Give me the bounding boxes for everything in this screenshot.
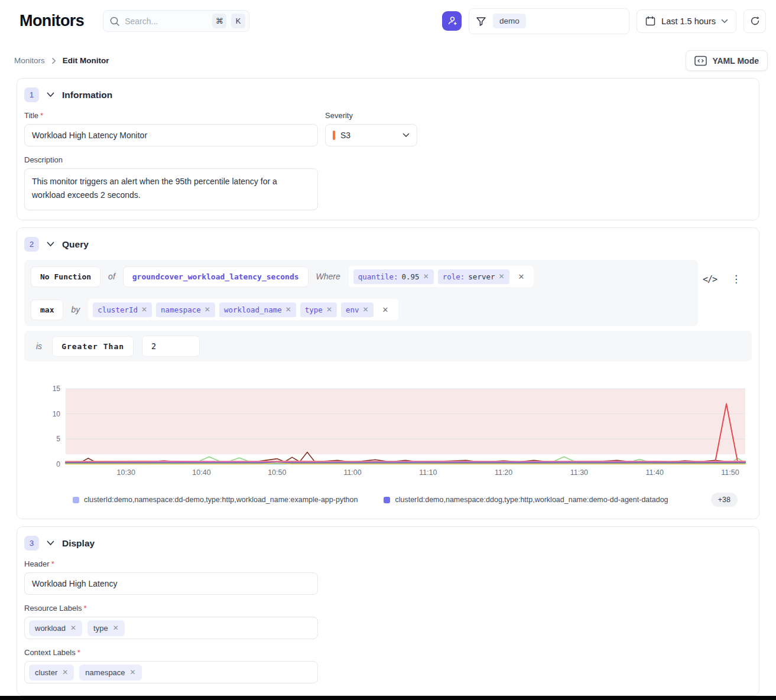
code-view-icon[interactable]: </> [703, 274, 717, 285]
chip-close-icon[interactable]: ✕ [285, 305, 291, 314]
legend-swatch [73, 497, 79, 503]
severity-label: Severity [325, 111, 417, 120]
svg-text:0: 0 [56, 460, 60, 468]
refresh-button[interactable] [743, 9, 766, 33]
search-input[interactable]: Search... ⌘ K [103, 10, 249, 32]
is-connector: is [35, 341, 43, 351]
group-by-chip[interactable]: workload_name✕ [219, 302, 296, 317]
kebab-menu-icon[interactable]: ⋮ [731, 273, 741, 285]
chevron-right-icon [50, 57, 57, 64]
svg-text:11:20: 11:20 [495, 468, 512, 477]
preview-chart: 05101510:3010:4010:5011:0011:1011:2011:3… [22, 385, 752, 483]
information-card: 1 Information Title* Workload High Laten… [17, 78, 759, 220]
collapse-chevron-icon[interactable] [47, 92, 54, 97]
calendar-icon [645, 15, 656, 27]
filter-input[interactable]: demo [469, 8, 629, 34]
breadcrumb-monitors[interactable]: Monitors [14, 56, 45, 65]
label-chip[interactable]: cluster✕ [29, 665, 74, 681]
label-chip[interactable]: workload✕ [29, 620, 82, 636]
time-range-button[interactable]: Last 1.5 hours [637, 9, 736, 33]
context-labels-input[interactable]: cluster✕namespace✕ [24, 661, 318, 683]
filter-chip-demo[interactable]: demo [493, 14, 526, 28]
section-number-badge: 1 [24, 87, 39, 102]
cmd-key-badge: ⌘ [212, 14, 226, 28]
legend-more-badge[interactable]: +38 [711, 493, 738, 507]
chip-close-icon[interactable]: ✕ [363, 305, 369, 314]
title-input[interactable]: Workload High Latency Monitor [24, 124, 318, 146]
section-title: Information [62, 90, 112, 100]
collapse-chevron-icon[interactable] [47, 242, 54, 247]
by-chips-input[interactable]: clusterId✕namespace✕workload_name✕type✕e… [88, 299, 398, 320]
title-label: Title* [24, 111, 318, 120]
of-connector: of [107, 272, 116, 281]
chip-close-icon[interactable]: ✕ [326, 305, 332, 314]
group-by-chip[interactable]: type✕ [300, 302, 337, 317]
svg-text:10: 10 [53, 410, 61, 418]
operator-select[interactable]: Greater Than [53, 337, 133, 356]
severity-value: S3 [340, 131, 350, 140]
resource-labels-input[interactable]: workload✕type✕ [24, 617, 318, 639]
legend-swatch [384, 497, 390, 503]
group-by-chip[interactable]: namespace✕ [156, 302, 215, 317]
required-asterisk: * [84, 604, 87, 613]
yaml-mode-label: YAML Mode [712, 56, 759, 66]
section-number-badge: 3 [24, 536, 39, 551]
chip-close-icon[interactable]: ✕ [378, 305, 394, 314]
chip-close-icon[interactable]: ✕ [141, 305, 147, 314]
group-by-chip[interactable]: clusterId✕ [93, 302, 152, 317]
chip-close-icon[interactable]: ✕ [514, 272, 530, 281]
function-select[interactable]: No Function [31, 267, 100, 286]
svg-text:5: 5 [56, 435, 60, 443]
svg-text:11:50: 11:50 [721, 468, 739, 477]
refresh-icon [749, 15, 761, 27]
svg-text:10:30: 10:30 [117, 468, 135, 477]
chip-close-icon[interactable]: ✕ [423, 272, 429, 281]
header-label: Header* [24, 559, 752, 568]
chip-close-icon[interactable]: ✕ [70, 624, 76, 632]
yaml-mode-button[interactable]: YAML Mode [686, 50, 768, 71]
collapse-chevron-icon[interactable] [47, 541, 54, 546]
required-asterisk: * [77, 648, 80, 657]
funnel-icon [475, 15, 487, 27]
legend-item[interactable]: clusterId:demo,namespace:dd-demo,type:ht… [73, 496, 358, 504]
chip-close-icon[interactable]: ✕ [204, 305, 210, 314]
chip-close-icon[interactable]: ✕ [113, 624, 119, 632]
chip-close-icon[interactable]: ✕ [498, 272, 504, 281]
description-textarea[interactable]: This monitor triggers an alert when the … [24, 168, 318, 210]
time-range-label: Last 1.5 hours [661, 17, 716, 26]
chip-close-icon[interactable]: ✕ [62, 668, 68, 676]
resource-labels-label: Resource Labels* [24, 604, 752, 613]
by-connector: by [70, 305, 81, 314]
k-key-badge: K [231, 14, 245, 28]
aggregation-select[interactable]: max [31, 300, 63, 320]
chevron-down-icon [721, 19, 728, 24]
label-chip[interactable]: namespace✕ [79, 665, 141, 681]
invite-user-button[interactable] [442, 11, 462, 31]
section-number-badge: 2 [24, 237, 39, 252]
filter-chip[interactable]: role:server✕ [438, 269, 509, 284]
group-by-chip[interactable]: env✕ [341, 302, 374, 317]
threshold-input[interactable]: 2 [142, 336, 199, 356]
chip-close-icon[interactable]: ✕ [130, 668, 136, 676]
breadcrumb-edit-monitor: Edit Monitor [63, 56, 109, 65]
chevron-down-icon [402, 133, 410, 138]
app-header: Monitors Search... ⌘ K demo Last 1.5 hou… [0, 0, 776, 42]
legend-item[interactable]: clusterId:demo,namespace:ddog,type:http,… [384, 496, 668, 504]
metric-select[interactable]: groundcover_workload_latency_seconds [124, 267, 308, 286]
svg-text:11:00: 11:00 [343, 468, 361, 477]
breadcrumb: Monitors Edit Monitor [14, 56, 109, 65]
label-chip[interactable]: type✕ [87, 620, 125, 636]
search-icon [109, 16, 120, 27]
header-input[interactable]: Workload High Latency [24, 572, 318, 595]
query-card: 2 Query No Function of groundcover_workl… [17, 227, 759, 519]
threshold-region [66, 389, 745, 454]
section-title: Query [62, 239, 89, 250]
user-add-icon [446, 15, 457, 27]
severity-select[interactable]: S3 [325, 124, 417, 146]
app-title: Monitors [20, 12, 84, 30]
severity-color-bar [333, 131, 335, 140]
filter-chip[interactable]: quantile:0.95✕ [353, 269, 434, 284]
context-labels-label: Context Labels* [24, 648, 752, 657]
svg-text:11:30: 11:30 [570, 468, 588, 477]
where-chips-input[interactable]: quantile:0.95✕role:server✕✕ [349, 266, 534, 287]
